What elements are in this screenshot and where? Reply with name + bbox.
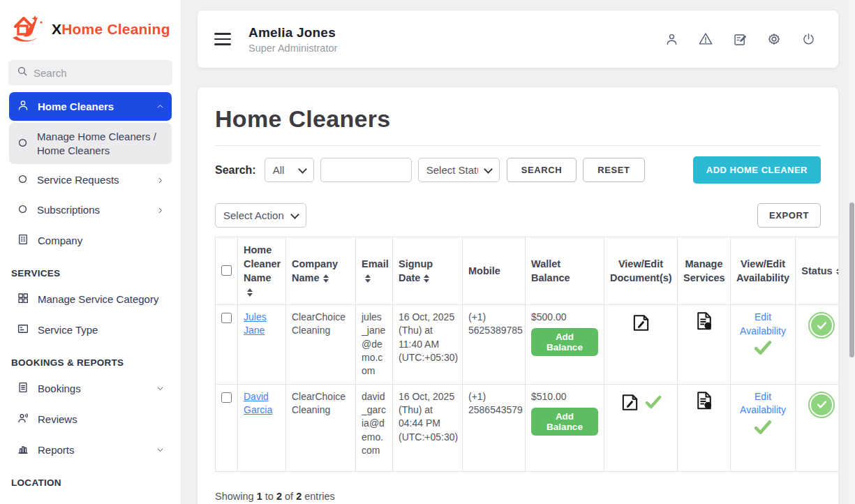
table-row: Jules Jane ClearChoice Cleaning jules_ja… [216, 305, 839, 385]
wallet-balance: $500.00 [531, 311, 567, 323]
filter-row: Search: All Select Status SEARCH RESET A… [215, 156, 821, 184]
select-all-checkbox[interactable] [221, 265, 232, 276]
action-row: Select Action EXPORT [215, 203, 821, 228]
sort-icon[interactable] [247, 288, 253, 297]
manage-services-icon[interactable] [694, 323, 715, 334]
verified-check-icon [644, 393, 662, 415]
brand-logo[interactable]: XHome Cleaning [0, 0, 181, 56]
search-input[interactable] [320, 158, 412, 182]
cleaner-name-link[interactable]: Jules Jane [244, 311, 267, 336]
status-active-icon[interactable] [808, 392, 835, 418]
card-icon [17, 323, 29, 337]
vertical-scrollbar[interactable] [849, 202, 854, 357]
home-cleaners-table: Home Cleaner Name Company Name Email Sig… [215, 237, 838, 472]
circle-icon [17, 203, 29, 217]
wallet-balance: $510.00 [531, 391, 567, 402]
reset-button[interactable]: RESET [583, 158, 644, 182]
bulk-action-select[interactable]: Select Action [215, 203, 306, 228]
manage-services-icon[interactable] [694, 402, 715, 413]
divider [215, 145, 821, 146]
bar-chart-icon [17, 443, 29, 457]
row-checkbox[interactable] [221, 392, 232, 403]
section-location: LOCATION [0, 466, 181, 492]
chevron-right-icon [156, 207, 164, 214]
chevron-down-icon [156, 446, 164, 454]
edit-note-icon[interactable] [729, 29, 750, 50]
edit-document-icon[interactable] [631, 313, 651, 336]
table-summary: Showing 1 to 2 of 2 entries [215, 491, 821, 502]
user-name: Amelia Jones [248, 25, 337, 40]
sidebar-item-bookings[interactable]: Bookings [9, 374, 172, 403]
chevron-up-icon [156, 103, 164, 110]
availability-check-icon [752, 348, 773, 360]
page-title: Home Cleaners [215, 105, 821, 133]
sidebar-item-service-type[interactable]: Service Type [9, 316, 172, 344]
sidebar-item-manage-home-cleaners[interactable]: Manage Home Cleaners / Home Cleaners [9, 123, 172, 164]
sidebar-search[interactable] [8, 60, 172, 85]
sort-icon[interactable] [424, 274, 429, 283]
search-label: Search: [215, 164, 256, 177]
row-checkbox[interactable] [221, 313, 232, 323]
cleaner-name-link[interactable]: David Garcia [244, 391, 272, 415]
status-active-icon[interactable] [808, 312, 835, 339]
user-info: Amelia Jones Super Administrator [248, 25, 337, 54]
sidebar-item-company[interactable]: Company [9, 226, 172, 255]
search-icon [17, 66, 28, 80]
availability-check-icon [752, 428, 773, 439]
sort-icon[interactable] [323, 274, 329, 283]
power-icon[interactable] [798, 29, 819, 50]
sidebar: XHome Cleaning Home Cleaners Manage Home… [0, 0, 181, 504]
person-icon [17, 99, 29, 114]
content-panel: Home Cleaners Search: All Select Status … [198, 87, 838, 504]
add-balance-button[interactable]: Add Balance [531, 408, 598, 436]
search-button[interactable]: SEARCH [507, 158, 577, 182]
table-row: David Garcia ClearChoice Cleaning david_… [216, 384, 839, 471]
sidebar-item-home-cleaners[interactable]: Home Cleaners [9, 92, 172, 121]
sidebar-item-reports[interactable]: Reports [9, 436, 172, 464]
add-balance-button[interactable]: Add Balance [531, 328, 598, 356]
sort-icon[interactable] [836, 267, 838, 276]
hamburger-menu-icon[interactable] [214, 33, 231, 45]
brand-name: XHome Cleaning [52, 21, 170, 38]
status-select-wrap: Select Status [418, 158, 500, 182]
warning-icon[interactable] [695, 29, 716, 50]
document-icon [17, 381, 29, 396]
edit-document-icon[interactable] [620, 392, 640, 416]
grid-icon [17, 292, 29, 306]
person-voice-icon [17, 412, 29, 427]
section-services: SERVICES [0, 257, 181, 283]
sidebar-item-service-requests[interactable]: Service Requests [9, 166, 172, 194]
sidebar-nav: Home Cleaners Manage Home Cleaners / Hom… [0, 92, 181, 492]
top-header: Amelia Jones Super Administrator [198, 10, 838, 68]
sidebar-item-manage-service-category[interactable]: Manage Service Category [9, 285, 172, 313]
section-bookings-reports: BOOKINGS & REPORTS [0, 346, 181, 372]
search-field-select[interactable]: All [265, 158, 314, 182]
header-actions [661, 29, 819, 50]
edit-availability-link[interactable]: Edit Availability [736, 311, 789, 338]
main-area: Amelia Jones Super Administrator Home Cl… [181, 0, 855, 504]
sidebar-search-input[interactable] [34, 67, 164, 79]
profile-icon[interactable] [661, 29, 682, 50]
chevron-right-icon [156, 177, 164, 184]
user-role: Super Administrator [248, 43, 337, 54]
circle-icon [17, 173, 29, 187]
brand-logo-icon [10, 11, 46, 47]
table-header-row: Home Cleaner Name Company Name Email Sig… [216, 237, 839, 305]
add-home-cleaner-button[interactable]: ADD HOME CLEANER [693, 156, 821, 184]
table-container: Home Cleaner Name Company Name Email Sig… [215, 237, 838, 472]
sidebar-item-reviews[interactable]: Reviews [9, 405, 172, 433]
sort-icon[interactable] [365, 274, 371, 283]
chevron-down-icon [156, 385, 164, 392]
export-button[interactable]: EXPORT [757, 203, 821, 228]
action-select-wrap: Select Action [215, 203, 306, 228]
circle-icon [17, 137, 29, 151]
gear-icon[interactable] [764, 29, 785, 50]
sidebar-item-subscriptions[interactable]: Subscriptions [9, 196, 172, 224]
edit-availability-link[interactable]: Edit Availability [736, 390, 789, 417]
building-icon [17, 233, 29, 248]
field-select-wrap: All [265, 158, 314, 182]
status-select[interactable]: Select Status [418, 158, 500, 182]
